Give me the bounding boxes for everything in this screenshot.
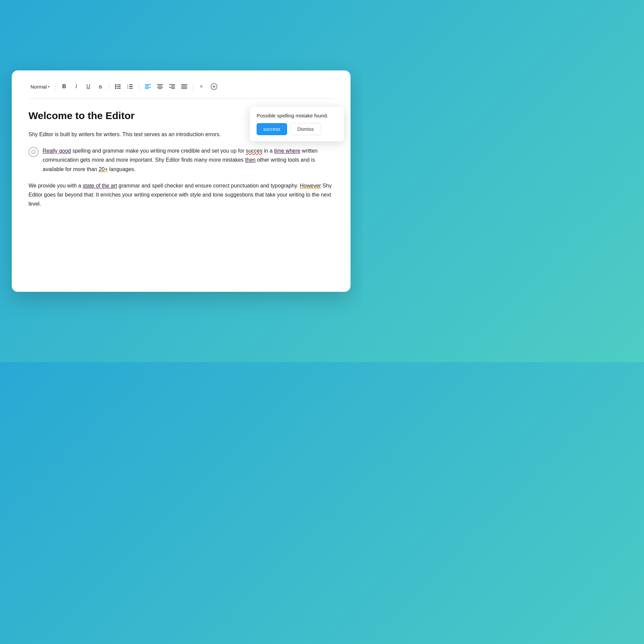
- svg-rect-18: [157, 87, 163, 88]
- svg-rect-12: [145, 84, 151, 85]
- svg-rect-22: [169, 87, 175, 88]
- svg-point-34: [34, 151, 35, 152]
- smiley-icon: [31, 150, 36, 154]
- align-right-button[interactable]: [167, 81, 177, 92]
- style-selector[interactable]: Normal ▾: [29, 83, 52, 91]
- style-group: Normal ▾: [29, 83, 52, 91]
- spell-popup-message: Possible spelling mistake found.: [257, 113, 337, 118]
- grammar-text-2: in a: [264, 148, 274, 154]
- ordered-list-icon: 1. 2. 3.: [127, 84, 133, 89]
- svg-rect-1: [117, 85, 121, 85]
- svg-rect-26: [181, 87, 187, 88]
- dismiss-button[interactable]: Dismiss: [290, 123, 321, 135]
- ordered-list-button[interactable]: 1. 2. 3.: [125, 81, 136, 92]
- justify-button[interactable]: [179, 81, 190, 92]
- intro-text-end: errors.: [204, 131, 221, 137]
- divider-3: [139, 83, 139, 90]
- svg-rect-15: [145, 88, 149, 89]
- svg-point-32: [32, 150, 36, 154]
- spell-check-popup: Possible spelling mistake found. success…: [250, 107, 344, 141]
- align-left-icon: [145, 84, 151, 89]
- align-center-button[interactable]: [155, 81, 165, 92]
- bullet-paragraph: Really good spelling and grammar make yo…: [29, 146, 334, 174]
- italic-button[interactable]: I: [71, 81, 82, 92]
- strikethrough-button[interactable]: S: [95, 81, 106, 92]
- list-group: 1. 2. 3.: [113, 81, 136, 92]
- intro-text: Shy Editor is built by writers for write…: [29, 131, 204, 137]
- svg-rect-24: [181, 84, 187, 85]
- spell-popup-actions: success Dismiss: [257, 123, 337, 135]
- align-group: [143, 81, 190, 92]
- bullet-icon: [29, 147, 39, 157]
- justify-icon: [181, 84, 187, 89]
- grammar-paragraph: Really good spelling and grammar make yo…: [43, 146, 334, 174]
- really-good-text: Really good: [43, 148, 71, 154]
- add-circle-icon: [210, 83, 218, 90]
- align-right-icon: [169, 84, 175, 89]
- svg-point-33: [33, 151, 33, 152]
- however-text: However: [300, 183, 321, 189]
- align-left-button[interactable]: [143, 81, 153, 92]
- chevron-down-icon: ▾: [48, 85, 50, 89]
- style-label: Normal: [31, 84, 47, 90]
- unordered-list-icon: [115, 84, 121, 89]
- divider-2: [109, 83, 109, 90]
- then-text: then: [245, 157, 256, 163]
- svg-rect-3: [117, 86, 121, 87]
- clear-format-icon: ✕: [199, 84, 205, 89]
- time-where-text: time where: [274, 148, 300, 154]
- style-paragraph: We provide you with a state of the art g…: [29, 181, 334, 209]
- svg-rect-23: [171, 88, 175, 89]
- style-text-1: We provide you with a: [29, 183, 83, 189]
- svg-point-4: [115, 88, 116, 89]
- svg-rect-19: [158, 88, 162, 89]
- unordered-list-button[interactable]: [113, 81, 123, 92]
- align-center-icon: [157, 84, 163, 89]
- svg-text:3.: 3.: [127, 87, 129, 89]
- success-button[interactable]: success: [257, 123, 287, 135]
- svg-text:✕: ✕: [200, 84, 203, 89]
- svg-rect-20: [169, 84, 175, 85]
- divider-1: [55, 83, 55, 90]
- svg-rect-14: [145, 87, 151, 88]
- svg-rect-13: [145, 86, 149, 86]
- clear-format-button[interactable]: ✕: [197, 81, 207, 92]
- grammar-text-1: spelling and grammar make you writing mo…: [72, 148, 246, 154]
- bold-button[interactable]: B: [59, 81, 69, 92]
- svg-rect-7: [129, 85, 133, 85]
- extra-group: ✕: [197, 81, 219, 92]
- divider-4: [193, 83, 193, 90]
- strikethrough-label: S: [99, 84, 102, 90]
- format-group: B I U S: [59, 81, 106, 92]
- svg-rect-11: [129, 88, 133, 89]
- succes-text: succes: [246, 148, 263, 154]
- underline-button[interactable]: U: [83, 81, 94, 92]
- svg-point-0: [115, 84, 116, 86]
- style-text-2: grammar and spell checker and ensure cor…: [118, 183, 300, 189]
- svg-rect-25: [181, 86, 187, 86]
- editor-card: Normal ▾ B I U S: [12, 70, 351, 292]
- svg-point-2: [115, 86, 116, 87]
- svg-rect-27: [181, 88, 187, 89]
- svg-rect-17: [158, 86, 162, 86]
- svg-rect-5: [117, 88, 121, 89]
- twenty-plus-text: 20+: [99, 166, 108, 172]
- svg-rect-21: [171, 86, 175, 86]
- svg-rect-9: [129, 86, 133, 87]
- add-button[interactable]: [209, 81, 219, 92]
- grammar-text-5: languages.: [109, 166, 136, 172]
- toolbar: Normal ▾ B I U S: [29, 81, 334, 99]
- svg-rect-16: [157, 84, 163, 85]
- state-of-art-text: state of the art: [83, 183, 117, 189]
